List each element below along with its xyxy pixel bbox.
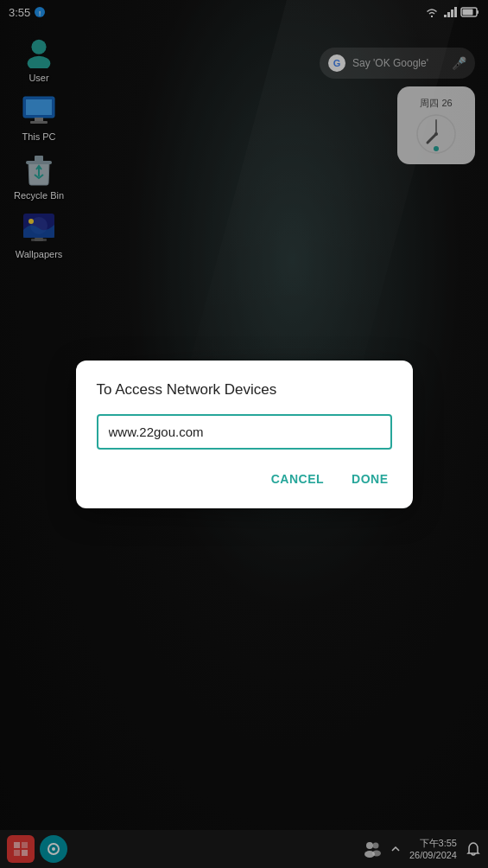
cancel-button[interactable]: CANCEL — [268, 467, 327, 491]
modal-overlay: To Access Network Devices CANCEL DONE — [0, 0, 488, 868]
network-address-input[interactable] — [97, 414, 392, 450]
network-access-dialog: To Access Network Devices CANCEL DONE — [76, 361, 413, 508]
desktop: 3:55 ! — [0, 0, 488, 868]
modal-buttons: CANCEL DONE — [97, 467, 392, 491]
done-button[interactable]: DONE — [348, 467, 391, 491]
modal-title: To Access Network Devices — [97, 381, 392, 399]
